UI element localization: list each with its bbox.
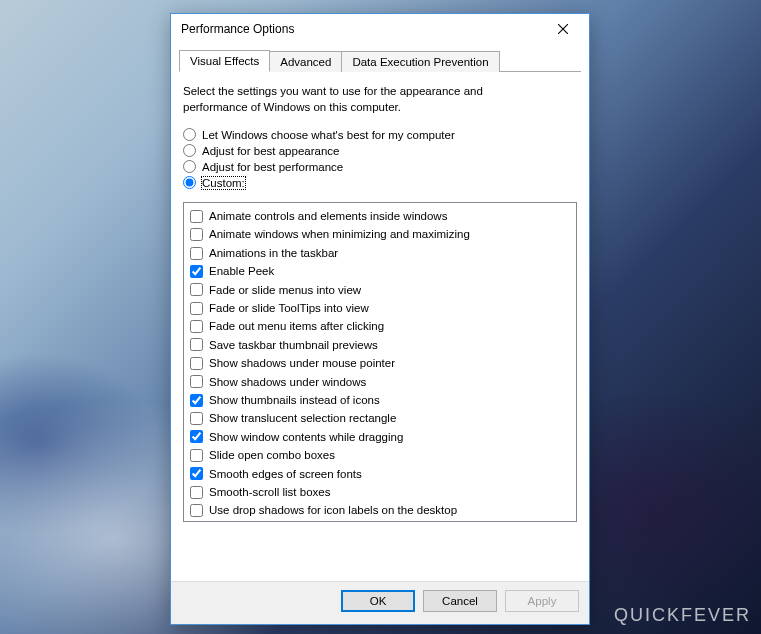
checkbox-fade-tooltips[interactable] <box>190 302 203 315</box>
check-label-smooth-fonts[interactable]: Smooth edges of screen fonts <box>209 465 362 483</box>
radio-custom[interactable] <box>183 176 196 189</box>
check-label-save-taskbar-thumbs[interactable]: Save taskbar thumbnail previews <box>209 336 378 354</box>
radio-row-custom[interactable]: Custom: <box>183 176 577 189</box>
watermark: QUICKFEVER <box>614 605 751 626</box>
check-label-smooth-scroll[interactable]: Smooth-scroll list boxes <box>209 483 330 501</box>
dialog-button-row: OK Cancel Apply <box>171 581 589 624</box>
checkbox-save-taskbar-thumbs[interactable] <box>190 338 203 351</box>
radio-label-best-performance[interactable]: Adjust for best performance <box>202 161 343 173</box>
titlebar: Performance Options <box>171 14 589 44</box>
checkbox-fade-menus[interactable] <box>190 283 203 296</box>
check-row-drop-shadows-desktop: Use drop shadows for icon labels on the … <box>190 501 570 519</box>
checkbox-fade-menu-items[interactable] <box>190 320 203 333</box>
check-label-fade-tooltips[interactable]: Fade or slide ToolTips into view <box>209 299 369 317</box>
radio-row-best-appearance[interactable]: Adjust for best appearance <box>183 144 577 157</box>
ok-button[interactable]: OK <box>341 590 415 612</box>
radio-best-performance[interactable] <box>183 160 196 173</box>
check-row-animate-controls: Animate controls and elements inside win… <box>190 207 570 225</box>
check-row-fade-tooltips: Fade or slide ToolTips into view <box>190 299 570 317</box>
check-row-smooth-fonts: Smooth edges of screen fonts <box>190 465 570 483</box>
check-label-animations-taskbar[interactable]: Animations in the taskbar <box>209 244 338 262</box>
checkbox-shadows-mouse[interactable] <box>190 357 203 370</box>
checkbox-window-contents-drag[interactable] <box>190 430 203 443</box>
radio-row-let-windows[interactable]: Let Windows choose what's best for my co… <box>183 128 577 141</box>
radio-row-best-performance[interactable]: Adjust for best performance <box>183 160 577 173</box>
check-label-fade-menus[interactable]: Fade or slide menus into view <box>209 281 361 299</box>
radio-group: Let Windows choose what's best for my co… <box>183 125 577 192</box>
check-row-animate-minmax: Animate windows when minimizing and maxi… <box>190 225 570 243</box>
check-row-slide-combo: Slide open combo boxes <box>190 446 570 464</box>
radio-label-custom[interactable]: Custom: <box>202 177 245 189</box>
performance-options-dialog: Performance Options Visual EffectsAdvanc… <box>170 13 590 625</box>
check-row-shadows-windows: Show shadows under windows <box>190 373 570 391</box>
check-row-shadows-mouse: Show shadows under mouse pointer <box>190 354 570 372</box>
check-row-smooth-scroll: Smooth-scroll list boxes <box>190 483 570 501</box>
check-label-enable-peek[interactable]: Enable Peek <box>209 262 274 280</box>
cancel-button[interactable]: Cancel <box>423 590 497 612</box>
tab-visual-effects[interactable]: Visual Effects <box>179 50 270 72</box>
radio-let-windows[interactable] <box>183 128 196 141</box>
apply-button: Apply <box>505 590 579 612</box>
checkbox-translucent-select[interactable] <box>190 412 203 425</box>
tab-strip: Visual EffectsAdvancedData Execution Pre… <box>179 50 581 72</box>
checkbox-smooth-fonts[interactable] <box>190 467 203 480</box>
check-row-fade-menu-items: Fade out menu items after clicking <box>190 317 570 335</box>
check-label-animate-controls[interactable]: Animate controls and elements inside win… <box>209 207 447 225</box>
check-row-enable-peek: Enable Peek <box>190 262 570 280</box>
checkbox-animate-minmax[interactable] <box>190 228 203 241</box>
check-label-window-contents-drag[interactable]: Show window contents while dragging <box>209 428 403 446</box>
checkbox-slide-combo[interactable] <box>190 449 203 462</box>
tab-dep[interactable]: Data Execution Prevention <box>341 51 499 72</box>
check-row-thumbnails: Show thumbnails instead of icons <box>190 391 570 409</box>
check-label-shadows-mouse[interactable]: Show shadows under mouse pointer <box>209 354 395 372</box>
check-label-fade-menu-items[interactable]: Fade out menu items after clicking <box>209 317 384 335</box>
radio-label-best-appearance[interactable]: Adjust for best appearance <box>202 145 339 157</box>
checkbox-smooth-scroll[interactable] <box>190 486 203 499</box>
check-label-animate-minmax[interactable]: Animate windows when minimizing and maxi… <box>209 225 470 243</box>
checkbox-enable-peek[interactable] <box>190 265 203 278</box>
check-row-animations-taskbar: Animations in the taskbar <box>190 244 570 262</box>
close-button[interactable] <box>545 15 581 43</box>
checkbox-animations-taskbar[interactable] <box>190 247 203 260</box>
checklist-box: Animate controls and elements inside win… <box>183 202 577 522</box>
intro-text: Select the settings you want to use for … <box>183 84 523 115</box>
tab-body-visual-effects: Select the settings you want to use for … <box>171 72 589 581</box>
check-label-thumbnails[interactable]: Show thumbnails instead of icons <box>209 391 380 409</box>
check-row-window-contents-drag: Show window contents while dragging <box>190 428 570 446</box>
check-row-save-taskbar-thumbs: Save taskbar thumbnail previews <box>190 336 570 354</box>
dialog-title: Performance Options <box>181 22 545 36</box>
checkbox-thumbnails[interactable] <box>190 394 203 407</box>
check-label-translucent-select[interactable]: Show translucent selection rectangle <box>209 409 396 427</box>
check-row-fade-menus: Fade or slide menus into view <box>190 281 570 299</box>
tab-advanced[interactable]: Advanced <box>269 51 342 72</box>
check-label-drop-shadows-desktop[interactable]: Use drop shadows for icon labels on the … <box>209 501 457 519</box>
radio-best-appearance[interactable] <box>183 144 196 157</box>
checkbox-shadows-windows[interactable] <box>190 375 203 388</box>
radio-label-let-windows[interactable]: Let Windows choose what's best for my co… <box>202 129 455 141</box>
checkbox-animate-controls[interactable] <box>190 210 203 223</box>
check-row-translucent-select: Show translucent selection rectangle <box>190 409 570 427</box>
checkbox-drop-shadows-desktop[interactable] <box>190 504 203 517</box>
check-label-shadows-windows[interactable]: Show shadows under windows <box>209 373 366 391</box>
close-icon <box>558 24 568 34</box>
check-label-slide-combo[interactable]: Slide open combo boxes <box>209 446 335 464</box>
